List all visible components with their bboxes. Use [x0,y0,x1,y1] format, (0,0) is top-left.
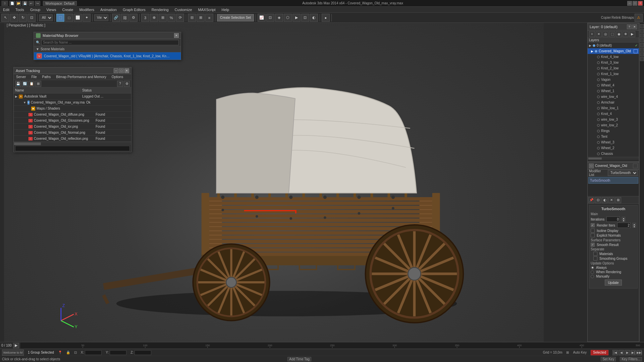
layer-item-default[interactable]: ▶ 0 (default) ✓ [588,43,639,48]
layer-item-armchair[interactable]: Armchair [588,100,639,105]
layer-item-knot3low[interactable]: Knot_3_low [588,60,639,65]
ris-btn-7[interactable] [640,52,644,56]
layer-item-wire1[interactable]: Wire_low_1 [588,105,639,111]
z-input[interactable] [135,350,151,355]
ts-when-rendering-radio[interactable] [591,270,594,274]
at-header[interactable]: Asset Tracking ─ □ ✕ [14,67,131,74]
ris-btn-2[interactable] [640,29,644,33]
at-toolbar-btn6[interactable]: ⚙ [124,81,130,87]
layer-item-wire3[interactable]: wire_low_3 [588,117,639,122]
layer-item-knot2low[interactable]: Knot_2_low [588,65,639,71]
layer-freeze-btn[interactable]: ❄ [623,31,629,37]
curve-editor-btn[interactable]: 📈 [258,14,266,22]
3-btn[interactable]: 3 [141,14,149,22]
undo-btn[interactable]: ↩ [29,1,34,6]
ris-btn-6[interactable] [640,48,644,52]
set-key-label[interactable]: Set Key [601,357,616,361]
mat-browser-close-btn[interactable]: ✕ [174,33,179,38]
redo-btn[interactable]: ↪ [35,1,40,6]
layer-item-knot1low[interactable]: Knot_1_low [588,71,639,77]
x-input[interactable] [85,350,102,355]
at-toolbar-btn2[interactable]: 🔄 [22,81,28,87]
unlink-btn[interactable]: ⛓ [121,14,129,22]
ris-btn-4[interactable] [640,38,644,42]
layer-new-btn[interactable]: + [589,31,595,37]
at-minimize-btn[interactable]: ─ [114,68,118,73]
anim-prev-btn[interactable]: ◀ [619,350,624,355]
ris-btn-8[interactable] [640,57,644,61]
mat-browser-header[interactable]: Material/Map Browser ✕ [34,32,181,39]
create-selection-set-btn[interactable]: Create Selection Set [217,14,254,21]
menu-edit[interactable]: Edit [2,8,10,12]
at-row-maps[interactable]: ▶ Maps / Shaders [14,106,131,112]
select-region-btn[interactable]: □ [65,14,73,22]
sphere-btn[interactable]: ● [322,14,330,22]
ris-btn-5[interactable] [640,43,644,47]
menu-maxscript[interactable]: MAXScript [197,8,217,12]
layer-item-wire4[interactable]: wire_low_4 [588,94,639,100]
ts-ri-up[interactable]: ▲ [633,223,636,225]
at-menu-file[interactable]: File [30,75,38,79]
at-toolbar-btn5[interactable]: ? [117,81,123,87]
timeline-track[interactable]: 50 100 150 200 250 300 350 400 450 500 [20,343,644,349]
mirror-btn[interactable]: ⊟ [188,14,196,22]
ris-btn-1[interactable] [640,24,644,28]
add-time-tag-btn[interactable]: Add Time Tag [287,357,311,361]
rotate-btn[interactable]: ↻ [19,14,27,22]
mod-show-hide-btn[interactable]: ◐ [602,197,608,203]
modifier-stack-item-turbosmooth[interactable]: TurboSmooth [588,177,638,184]
layer-hide-btn[interactable]: ◉ [616,31,622,37]
at-menu-options[interactable]: Options [111,75,124,79]
at-row-ior[interactable]: □ Covered_Wagon_Old_ior.png Found [14,124,131,130]
layer-item-knot4[interactable]: Knot_4 [588,111,639,117]
select-btn[interactable]: ↖ [1,14,9,22]
menu-rendering[interactable]: Rendering [151,8,170,12]
at-toolbar-btn1[interactable]: 💾 [15,81,21,87]
percent-snap-btn[interactable]: % [167,14,175,22]
mat-item-covered-wagon[interactable]: V Covered_Wagon_old ( VRayMtl ) [Armchai… [34,52,181,60]
layer-render-btn[interactable]: ▶ [629,31,635,37]
layer-item-rings[interactable]: Rings [588,128,639,134]
spinner-snap-btn[interactable]: ⟳ [176,14,184,22]
y-input[interactable] [110,350,126,355]
close-btn[interactable]: ✕ [638,1,643,6]
layer-item-knot4low[interactable]: Knot_4_low [588,54,639,60]
panel-help-btn[interactable]: ? [627,24,632,29]
at-toolbar-btn3[interactable]: 📋 [29,81,35,87]
mat-search-input[interactable] [41,40,179,45]
menu-graph-editors[interactable]: Graph Editors [122,8,147,12]
schematic-btn[interactable]: ⊡ [266,14,274,22]
view-select[interactable]: View [94,14,108,21]
material-editor-btn[interactable]: ◈ [275,14,283,22]
menu-customize[interactable]: Customize [174,8,193,12]
ts-iterations-input[interactable] [606,217,620,222]
paint-select-btn[interactable]: ✦ [83,14,91,22]
ts-isoline-check[interactable] [591,229,595,233]
layer-delete-btn[interactable]: ✕ [596,31,602,37]
at-maximize-btn[interactable]: □ [119,68,124,73]
at-toolbar-btn4[interactable]: ⊞ [35,81,41,87]
window-crossing-btn[interactable]: ⬜ [74,14,82,22]
ts-iter-up[interactable]: ▲ [622,217,625,219]
at-row-reflect[interactable]: □ Covered_Wagon_Old_reflection.png Found [14,136,131,142]
ris-btn-3[interactable] [640,34,644,38]
menu-animation[interactable]: Animation [99,8,118,12]
at-row-gloss[interactable]: □ Covered_Wagon_Old_Glossines.png Found [14,118,131,124]
timeline-play-btn[interactable]: ▶ [13,343,19,348]
ts-render-iters-input[interactable] [617,223,631,228]
ts-update-btn[interactable]: Update [605,280,622,286]
anim-end-btn[interactable]: ▶▶| [637,350,642,355]
at-row-normal[interactable]: □ Covered_Wagon_Old_Normal.png Found [14,130,131,136]
menu-modifiers[interactable]: Modifiers [78,8,95,12]
move-btn[interactable]: ✥ [10,14,18,22]
modifier-list-select[interactable]: TurboSmooth [608,170,638,176]
mod-show-end-btn[interactable]: ⊡ [595,197,601,203]
at-row-diffuse[interactable]: □ Covered_Wagon_Old_diffuse.png Found [14,112,131,118]
ts-materials-check[interactable] [593,252,597,256]
layer-item-wheel2[interactable]: Wheel_2 [588,145,639,151]
layer-item-wheel1[interactable]: Wheel_1 [588,88,639,94]
at-menu-bitmap-perf[interactable]: Bitmap Performance and Memory [55,75,107,79]
activeshade-btn[interactable]: ◐ [310,14,318,22]
ts-smoothing-check[interactable] [593,256,597,260]
at-close-btn[interactable]: ✕ [124,68,129,73]
